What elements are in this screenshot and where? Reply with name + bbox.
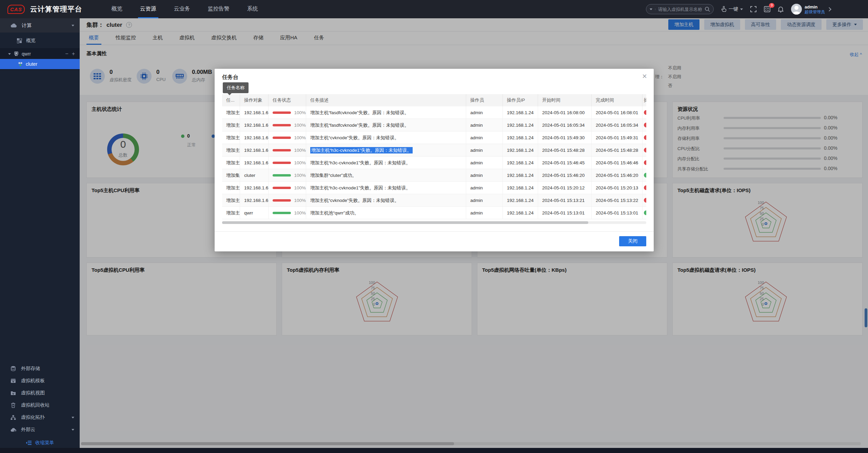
top-navbar: CAS 云计算管理平台 概览 云资源 云业务 监控告警 系统 一键 9 — [0, 0, 868, 18]
column-tooltip: 任务名称 — [223, 82, 249, 93]
notifications-button[interactable] — [778, 6, 784, 13]
result-icon — [644, 198, 646, 203]
table-row[interactable]: 增加主... qwrr 100% 增加主机池“qwrr”成功。 admin 19… — [222, 207, 646, 219]
modal-horizontal-scrollbar[interactable] — [222, 221, 646, 224]
chevron-down-icon — [72, 417, 74, 418]
progress-value: 100% — [294, 194, 306, 206]
col-end-time[interactable]: 完成时间 — [592, 94, 643, 106]
table-row[interactable]: 增加主... 192.168.1.64 100% 增加主机“h3c-cvknod… — [222, 157, 646, 169]
bottom-strip — [0, 448, 868, 453]
modal-hscroll-thumb[interactable] — [222, 221, 588, 224]
target-cell: 192.168.1.64 — [240, 194, 269, 206]
table-row[interactable]: 增加主... 192.168.1.65 100% 增加主机“cvknode”失败… — [222, 131, 646, 144]
sidebar-item-label: 虚拟机视图 — [21, 390, 45, 396]
menu-item-cloud-resources[interactable]: 云资源 — [138, 0, 158, 18]
menu-item-system[interactable]: 系统 — [245, 0, 260, 18]
start-time-cell: 2024-05-01 15:13:21 — [538, 194, 592, 206]
search-icon[interactable] — [705, 6, 710, 12]
table-row[interactable]: 增加集... cluter 100% 增加集群“cluter”成功。 admin… — [222, 169, 646, 182]
left-sidebar: 计算 概览 qwrr − + cluter — [0, 18, 80, 448]
progress-bar — [273, 124, 291, 126]
database-icon — [10, 366, 16, 371]
col-description[interactable]: 任务描述 — [306, 94, 466, 106]
chevron-down-icon — [740, 8, 743, 10]
description-cell: 增加主机“fasdfcvknode”失败。原因：未知错误。 — [306, 106, 466, 119]
table-header-row: 任... 操作对象 任务状态 任务描述 操作员 操作员IP 开始时间 完成时间 … — [222, 94, 646, 106]
target-cell: 192.168.1.64 — [240, 182, 269, 194]
progress-bar — [273, 187, 291, 189]
col-status[interactable]: 任务状态 — [269, 94, 306, 106]
operator-cell: admin — [466, 207, 503, 219]
progress-value: 100% — [294, 169, 306, 181]
end-time-cell: 2024-05-01 15:13:22 — [592, 194, 643, 206]
close-icon[interactable]: × — [642, 71, 647, 81]
search-input[interactable] — [655, 7, 705, 12]
task-name-cell: 增加主... — [222, 207, 240, 219]
vm-search-box[interactable] — [646, 4, 714, 14]
menu-item-cloud-business[interactable]: 云业务 — [172, 0, 192, 18]
result-cell — [643, 119, 646, 131]
sidebar-item-label: 虚拟机模板 — [21, 378, 45, 384]
chevron-down-icon — [72, 429, 74, 431]
add-node-button[interactable]: + — [72, 51, 75, 57]
chevron-right-icon — [827, 7, 831, 12]
operator-ip-cell: 192.168.1.24 — [503, 169, 538, 181]
sidebar-item-overview[interactable]: 概览 — [0, 35, 80, 46]
host-pool-icon — [14, 52, 19, 56]
end-time-cell: 2024-05-01 15:48:28 — [592, 144, 643, 156]
operator-cell: admin — [466, 182, 503, 194]
collapse-node-button[interactable]: − — [65, 51, 68, 57]
collapse-menu-button[interactable]: 收缩菜单 — [0, 440, 80, 446]
col-result[interactable]: 操作 — [643, 94, 646, 106]
table-row[interactable]: 增加主... 192.168.1.64 100% 增加主机“h3c-cvknod… — [222, 144, 646, 157]
menu-item-monitor-alarm[interactable]: 监控告警 — [206, 0, 232, 18]
col-start-time[interactable]: 开始时间 — [538, 94, 592, 106]
target-cell: qwrr — [240, 207, 269, 219]
sidebar-item-vm-template[interactable]: 虚拟机模板 — [0, 375, 80, 387]
modal-footer-divider — [215, 231, 654, 232]
sidebar-section-compute[interactable]: 计算 — [0, 18, 80, 33]
result-cell — [643, 131, 646, 144]
end-time-cell: 2024-05-01 15:46:20 — [592, 169, 643, 181]
table-row[interactable]: 增加主... 192.168.1.64 100% 增加主机“cvknode”失败… — [222, 194, 646, 207]
col-operator-ip[interactable]: 操作员IP — [503, 94, 538, 106]
table-row[interactable]: 增加主... 192.168.1.64 100% 增加主机“h3c-cvknod… — [222, 182, 646, 194]
modal-title: 任务台 — [222, 74, 238, 81]
sidebar-item-vm-recycle-bin[interactable]: 虚拟机回收站 — [0, 399, 80, 411]
resource-tree: qwrr − + cluter — [0, 48, 80, 70]
operator-cell: admin — [466, 144, 503, 156]
user-menu[interactable]: admin 超级管理员 — [791, 4, 831, 15]
result-icon — [644, 135, 646, 140]
status-cell: 100% — [269, 131, 306, 144]
search-scope-dropdown[interactable] — [650, 8, 655, 10]
sidebar-overview-label: 概览 — [26, 38, 36, 44]
sidebar-item-vm-view[interactable]: 虚拟机视图 — [0, 387, 80, 399]
start-time-cell: 2024-05-01 15:49:30 — [538, 131, 592, 144]
task-list-button[interactable]: 9 — [764, 6, 770, 12]
one-key-action[interactable]: 一键 — [721, 6, 743, 12]
fullscreen-button[interactable] — [750, 6, 756, 12]
result-icon — [644, 160, 646, 165]
col-operator[interactable]: 操作员 — [466, 94, 503, 106]
menu-item-overview[interactable]: 概览 — [110, 0, 124, 18]
end-time-cell: 2024-05-01 15:46:46 — [592, 157, 643, 169]
col-target[interactable]: 操作对象 — [240, 94, 269, 106]
one-key-label: 一键 — [729, 6, 738, 12]
sidebar-item-virtualization-topology[interactable]: 虚拟化拓扑 — [0, 411, 80, 424]
close-modal-button[interactable]: 关闭 — [619, 236, 646, 246]
target-cell: 192.168.1.66 — [240, 106, 269, 119]
description-cell: 增加主机“h3c-cvknode1”失败。原因：未知错误。 — [306, 144, 466, 156]
tree-node-pool-qwrr[interactable]: qwrr − + — [0, 49, 80, 59]
col-task-name[interactable]: 任... — [222, 94, 240, 106]
table-row[interactable]: 增加主... 192.168.1.66 100% 增加主机“fasdfcvkno… — [222, 106, 646, 119]
result-cell — [643, 106, 646, 119]
tree-expand-icon[interactable] — [8, 53, 11, 55]
result-cell — [643, 169, 646, 181]
app-title: 云计算管理平台 — [30, 4, 82, 14]
tree-node-cluster-cluter[interactable]: cluter — [0, 59, 80, 69]
table-row[interactable]: 增加主... 192.168.1.66 100% 增加主机“fasdfcvkno… — [222, 119, 646, 131]
sidebar-item-external-cloud[interactable]: 外部云 — [0, 424, 80, 436]
bell-icon — [778, 6, 784, 13]
target-cell: 192.168.1.65 — [240, 131, 269, 144]
sidebar-item-external-storage[interactable]: 外部存储 — [0, 363, 80, 375]
